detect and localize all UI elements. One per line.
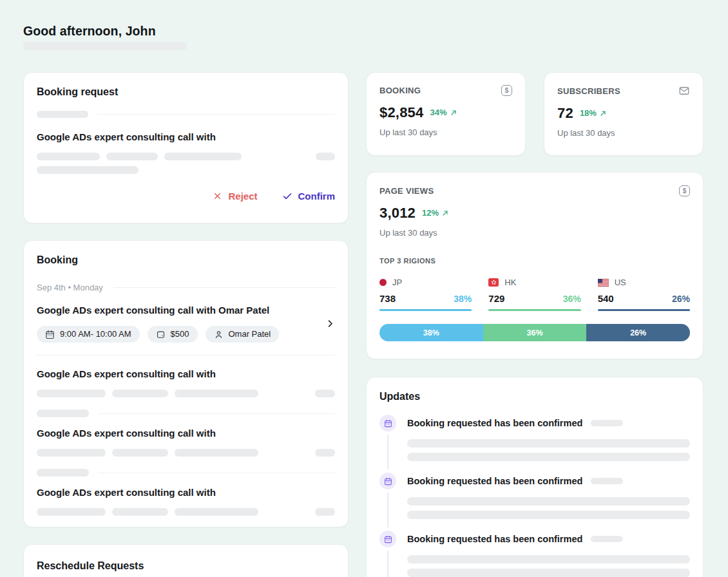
flag-hk-icon <box>488 278 499 287</box>
date-skeleton-row <box>37 469 335 477</box>
booking-item-title: Google ADs expert consulting call with <box>37 368 335 380</box>
regions-title: TOP 3 RIGIONS <box>379 257 690 265</box>
stat-label: PAGE VIEWS <box>379 186 434 196</box>
timeline-connector <box>387 551 388 577</box>
calendar-icon <box>45 330 55 339</box>
region-jp: JP 738 38% <box>379 278 472 311</box>
flag-jp-icon <box>379 279 387 286</box>
card-reschedule-requests: Reschedule Requests <box>23 544 349 577</box>
info-skeleton-row <box>37 153 335 160</box>
updates-title: Updates <box>379 390 690 402</box>
bar-segment-hk: 36% <box>483 324 587 341</box>
region-hk: HK 729 36% <box>488 278 580 311</box>
mail-icon <box>678 85 690 97</box>
date-skeleton <box>37 111 88 118</box>
skeleton-pill <box>175 390 258 397</box>
trend-up-icon <box>450 109 457 117</box>
region-value: 729 <box>488 293 504 304</box>
update-item-title: Booking requested has been confirmed <box>407 476 582 486</box>
user-icon <box>214 330 224 339</box>
region-value: 540 <box>598 293 614 304</box>
booking-request-actions: Reject Confirm <box>37 191 335 202</box>
wallet-icon <box>156 330 166 339</box>
skeleton-bar <box>407 497 690 506</box>
confirm-label: Confirm <box>298 191 336 202</box>
skeleton-pill <box>175 508 258 516</box>
timeline-connector <box>387 493 388 527</box>
stat-card-booking: BOOKING $ $2,854 34% <box>366 72 526 156</box>
time-pill: 9:00 AM- 10:00 AM <box>37 326 140 343</box>
skeleton-pill <box>37 166 139 174</box>
booking-info-pills: 9:00 AM- 10:00 AM $500 Oma <box>37 326 335 343</box>
skeleton-pill <box>37 153 100 160</box>
update-item-title: Booking requested has been confirmed <box>407 534 582 544</box>
update-item: Booking requested has been confirmed <box>379 415 690 473</box>
check-icon <box>282 191 292 202</box>
booking-item-title: Google ADs expert consulting call with O… <box>37 305 335 316</box>
bar-segment-jp: 38% <box>379 324 483 341</box>
card-booking-request: Booking request Google ADs expert consul… <box>23 72 349 223</box>
trend-up-icon <box>441 209 449 217</box>
date-skeleton <box>37 469 89 477</box>
skeleton-pill <box>315 390 335 397</box>
booking-item-title: Google ADs expert consulting call with <box>37 487 335 498</box>
skeleton-pill <box>112 508 168 516</box>
divider <box>113 287 335 288</box>
skeleton-bar <box>407 453 690 461</box>
stat-caption: Up last 30 days <box>379 228 690 238</box>
stat-label: BOOKING <box>379 86 421 95</box>
stat-change: 34% <box>430 108 457 117</box>
confirm-button[interactable]: Confirm <box>282 191 336 202</box>
region-percent: 36% <box>563 294 581 304</box>
date-skeleton-row <box>37 410 335 417</box>
dollar-badge-icon: $ <box>501 85 512 96</box>
stat-change: 12% <box>422 208 449 218</box>
date-skeleton-row <box>37 111 335 118</box>
x-icon <box>213 191 222 201</box>
divider <box>97 114 335 115</box>
skeleton-pill <box>106 153 158 160</box>
region-percent: 26% <box>672 294 690 304</box>
skeleton-pill <box>112 449 168 457</box>
skeleton-pill <box>315 508 335 516</box>
timeline-connector <box>387 435 388 469</box>
greeting-subtitle-skeleton <box>23 42 187 50</box>
region-code: US <box>615 278 626 287</box>
flag-us-icon <box>598 279 609 287</box>
skeleton-pill <box>37 390 106 397</box>
info-skeleton-row <box>37 390 335 397</box>
calendar-icon <box>379 473 396 489</box>
regions-row: JP 738 38% HK <box>379 278 690 311</box>
region-code: HK <box>504 278 516 287</box>
divider <box>98 413 335 414</box>
price-pill: $500 <box>148 326 198 343</box>
card-page-views: PAGE VIEWS $ 3,012 12% Up last 30 days <box>366 172 704 359</box>
card-booking: Booking Sep 4th • Monday Google ADs expe… <box>23 240 349 527</box>
skeleton-bar <box>407 511 690 519</box>
dollar-badge-icon: $ <box>679 185 690 196</box>
booking-date-label: Sep 4th • Monday <box>37 283 103 292</box>
timestamp-skeleton <box>591 536 623 542</box>
price-label: $500 <box>171 329 189 339</box>
reject-button[interactable]: Reject <box>213 191 257 202</box>
calendar-icon <box>379 415 396 431</box>
region-underline <box>488 309 580 311</box>
page-title: Good afternoon, John <box>23 24 704 38</box>
region-value: 738 <box>379 293 396 304</box>
info-skeleton-row <box>37 508 335 516</box>
region-underline <box>379 309 472 311</box>
info-skeleton-row <box>37 449 335 457</box>
calendar-icon <box>379 531 396 547</box>
skeleton-pill <box>175 449 258 457</box>
booking-item-row[interactable]: Google ADs expert consulting call with O… <box>37 305 335 343</box>
stat-value: 72 <box>557 105 573 121</box>
updates-timeline: Booking requested has been confirmed <box>379 415 690 577</box>
skeleton-pill <box>315 449 335 457</box>
stat-caption: Up last 30 days <box>557 128 690 138</box>
stat-value: $2,854 <box>379 104 424 120</box>
client-label: Omar Patel <box>229 329 271 339</box>
stat-value: 3,012 <box>379 205 416 221</box>
stat-card-subscribers: SUBSCRIBERS 72 18% <box>544 72 704 156</box>
skeleton-pill <box>316 153 335 160</box>
skeleton-pill <box>37 508 106 516</box>
